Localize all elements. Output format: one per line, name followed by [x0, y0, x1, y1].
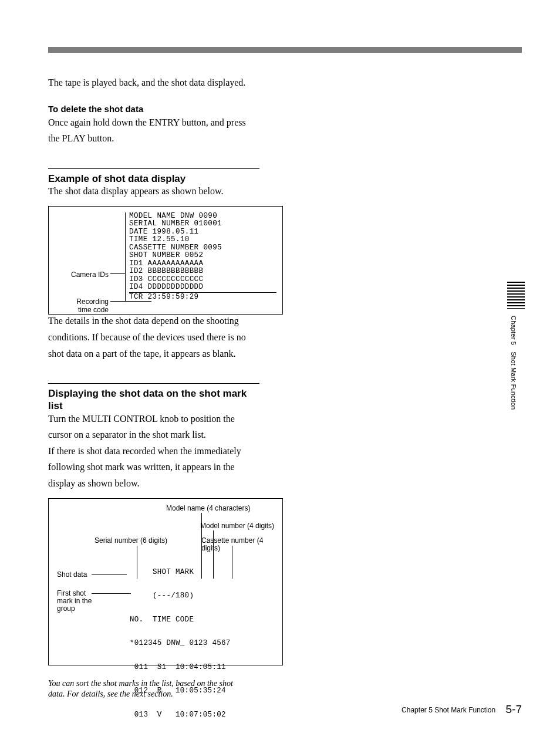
osd-line: ID4 DDDDDDDDDDDD	[129, 283, 276, 292]
osd-line: MODEL NAME DNW 0090	[129, 212, 276, 221]
osd-line: SHOT MARK	[130, 569, 262, 577]
tab-text: Chapter 5 Shot Mark Function	[509, 316, 518, 410]
shot-mark-list-display: Model name (4 characters) Model number (…	[48, 498, 283, 665]
delete-text: the PLAY button.	[48, 132, 295, 145]
details-text: shot data on a part of the tape, it appe…	[48, 347, 295, 360]
lead-line	[110, 301, 151, 302]
list-text: Turn the MULTI CONTROL knob to position …	[48, 413, 295, 425]
osd-line: DATE 1998.05.11	[129, 228, 276, 236]
shot-data-display: Camera IDs Recording time code MODEL NAM…	[48, 206, 283, 315]
page-footer: Chapter 5 Shot Mark Function 5-7	[402, 702, 522, 717]
example-text: The shot data display appears as shown b…	[48, 185, 295, 198]
osd-screen: SHOT MARK (---/180) NO. TIME CODE *01234…	[130, 553, 262, 730]
label-line: group	[57, 604, 75, 613]
label-line: Recording	[76, 298, 109, 306]
label-first-shot: First shot mark in the group	[57, 590, 92, 613]
label-shot-data: Shot data	[57, 571, 87, 579]
osd-line: SHOT NUMBER 0052	[129, 252, 276, 260]
delete-text: Once again hold down the ENTRY button, a…	[48, 116, 295, 129]
footer-chapter: Chapter 5 Shot Mark Function	[402, 706, 495, 714]
label-recording-tc: Recording time code	[56, 298, 109, 315]
label-line: mark in the	[57, 597, 92, 605]
osd-line: NO. TIME CODE	[130, 616, 262, 624]
label-line: First shot	[57, 589, 86, 597]
lead-line	[92, 593, 131, 594]
label-line: time code	[78, 306, 109, 314]
osd-line: *012345 DNW_ 0123 4567	[130, 640, 262, 648]
details-text: conditions. If because of the devices us…	[48, 331, 295, 344]
osd-line: CASSETTE NUMBER 0095	[129, 244, 276, 252]
list-text: cursor on a separator in the shot mark l…	[48, 428, 295, 441]
main-column: The tape is played back, and the shot da…	[48, 76, 295, 699]
tab-stripes-icon	[507, 282, 525, 309]
osd-line: 013 V 10:07:05:02	[130, 711, 262, 719]
osd-line: ID3 CCCCCCCCCCCC	[129, 276, 276, 284]
chapter-tab: Chapter 5 Shot Mark Function	[502, 282, 525, 423]
lead-line	[110, 273, 126, 274]
label-model-number: Model number (4 digits)	[200, 522, 274, 530]
details-text: The details in the shot data depend on t…	[48, 315, 295, 327]
label-camera-ids: Camera IDs	[56, 270, 109, 279]
osd-line: TCR 23:59:59:29	[129, 293, 276, 302]
label-serial-number: Serial number (6 digits)	[95, 537, 167, 545]
osd-line: ID1 AAAAAAAAAAAA	[129, 260, 276, 268]
osd-block-a: MODEL NAME DNW 0090 SERIAL NUMBER 010001…	[129, 212, 276, 293]
list-text: following shot mark was written, it appe…	[48, 461, 295, 474]
page: The tape is played back, and the shot da…	[0, 0, 560, 730]
osd-line: (---/180)	[130, 592, 262, 600]
example-heading: Example of shot data display	[48, 168, 259, 185]
label-model-name: Model name (4 characters)	[166, 505, 250, 512]
osd-line: 011 S1 10:04:05:11	[130, 664, 262, 672]
intro-text: The tape is played back, and the shot da…	[48, 76, 295, 89]
header-bar	[48, 47, 522, 53]
osd-line: ID2 BBBBBBBBBBBB	[129, 268, 276, 276]
osd-line: TIME 12.55.10	[129, 236, 276, 244]
osd-screen: MODEL NAME DNW 0090 SERIAL NUMBER 010001…	[125, 212, 276, 302]
list-text: display as shown below.	[48, 477, 295, 490]
osd-line: 012 R 10:05:35:24	[130, 687, 262, 695]
list-text: If there is shot data recorded when the …	[48, 445, 295, 458]
delete-heading: To delete the shot data	[48, 103, 295, 115]
osd-line: SERIAL NUMBER 010001	[129, 220, 276, 228]
list-heading: Displaying the shot data on the shot mar…	[48, 383, 259, 413]
page-number: 5-7	[506, 703, 522, 715]
lead-line	[92, 574, 127, 575]
